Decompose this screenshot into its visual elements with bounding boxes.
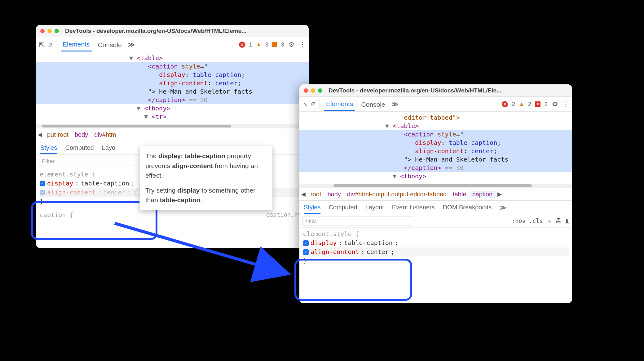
devtools-window-left: DevTools - developer.mozilla.org/en-US/d… [36, 25, 309, 248]
error-icon: ✕ [502, 101, 508, 107]
window-title: DevTools - developer.mozilla.org/en-US/d… [65, 28, 246, 34]
checkbox-icon[interactable]: ✓ [303, 240, 309, 246]
window-title: DevTools - developer.mozilla.org/en-US/d… [329, 87, 501, 94]
close-icon[interactable] [40, 29, 45, 33]
gear-icon[interactable]: ⚙ [289, 41, 295, 49]
titlebar[interactable]: DevTools - developer.mozilla.org/en-US/d… [36, 25, 309, 37]
kebab-menu-icon[interactable]: ⋮ [562, 100, 569, 108]
breadcrumb[interactable]: ◀ put-root body div#htm [36, 128, 309, 141]
main-toolbar: ⇱ ⎚ Elements Console ≫ ✕2 ▲2 ✕2 ⚙ ⋮ [299, 97, 572, 112]
inspect-element-icon[interactable]: ⇱ [39, 41, 44, 48]
crumb-div[interactable]: div#html-output.output.editor-tabbed [344, 191, 450, 198]
subtab-layout[interactable]: Layout [365, 204, 384, 211]
subtab-dom-breakpoints[interactable]: DOM Breakpoints [443, 204, 492, 211]
styles-subtabs: Styles Computed Layout Event Listeners D… [299, 201, 572, 214]
subtab-computed[interactable]: Computed [329, 204, 357, 211]
close-icon[interactable] [304, 88, 308, 93]
crumb-body[interactable]: body [72, 131, 91, 138]
warning-icon: ▲ [256, 41, 262, 48]
dom-tree[interactable]: editor-tabbed"> ▼ <table> <caption style… [299, 112, 572, 184]
crumb-caption[interactable]: caption [470, 191, 496, 198]
minimize-icon[interactable] [47, 29, 52, 33]
zoom-icon[interactable] [318, 88, 322, 93]
minimize-icon[interactable] [311, 88, 315, 93]
print-media-icon[interactable]: 🖶 [555, 217, 562, 225]
styles-filter-row: Filter :hov .cls ＋ 🖶 ▮ [299, 214, 572, 228]
subtab-computed[interactable]: Computed [65, 144, 94, 151]
device-toggle-icon[interactable]: ⎚ [311, 100, 315, 108]
warning-icon: ▲ [519, 101, 524, 107]
zoom-icon[interactable] [55, 29, 59, 33]
next-rule-selector: caption { [40, 211, 73, 219]
subtab-event-listeners[interactable]: Event Listeners [392, 204, 435, 211]
tab-console[interactable]: Console [359, 98, 387, 111]
style-decl-display: ✓ display: table-caption; [303, 238, 569, 247]
style-selector: element.style { [303, 230, 569, 238]
traffic-lights [40, 29, 59, 33]
element-style-block[interactable]: element.style { ✓ display: table-caption… [299, 228, 572, 269]
kebab-menu-icon[interactable]: ⋮ [299, 41, 306, 49]
subtab-layout[interactable]: Layo [102, 144, 115, 151]
dom-tree[interactable]: ▼ <table> <caption style=" display: tabl… [36, 52, 309, 124]
style-decl-align-content: ✓ align-content: center; [303, 247, 569, 256]
crumb-table[interactable]: table [450, 191, 469, 198]
more-subtabs-icon[interactable]: ≫ [500, 204, 506, 211]
tab-elements[interactable]: Elements [61, 38, 92, 51]
tab-elements[interactable]: Elements [324, 97, 355, 111]
hscrollbar[interactable] [36, 124, 309, 128]
computed-panel-icon[interactable]: ▮ [565, 218, 569, 224]
hov-toggle[interactable]: :hov [511, 217, 526, 224]
css-hint-tooltip: The display: table-caption property prev… [139, 146, 273, 210]
more-tabs-icon[interactable]: ≫ [128, 41, 135, 48]
checkbox-icon[interactable]: ✓ [40, 190, 45, 195]
crumb-root[interactable]: root [307, 191, 324, 198]
devtools-window-right: DevTools - developer.mozilla.org/en-US/d… [299, 84, 572, 303]
main-toolbar: ⇱ ⎚ Elements Console ≫ ✕1 ▲3 3 ⚙ ⋮ [36, 37, 309, 52]
hscrollbar[interactable] [299, 184, 572, 188]
subtab-styles[interactable]: Styles [304, 204, 320, 214]
crumb-div[interactable]: div#htm [91, 131, 119, 138]
cls-toggle[interactable]: .cls [529, 217, 543, 224]
tab-console[interactable]: Console [96, 38, 124, 51]
titlebar[interactable]: DevTools - developer.mozilla.org/en-US/d… [299, 84, 572, 97]
info-icon: ✕ [535, 101, 540, 107]
plus-icon[interactable]: ＋ [546, 217, 552, 225]
crumb-prev-icon[interactable]: ◀ [36, 131, 44, 138]
issue-counts[interactable]: ✕2 ▲2 ✕2 [502, 101, 548, 108]
subtab-styles[interactable]: Styles [40, 144, 57, 154]
filter-input[interactable]: Filter [302, 216, 413, 225]
crumb-root[interactable]: put-root [44, 131, 72, 138]
issue-counts[interactable]: ✕1 ▲3 3 [239, 41, 284, 48]
flag-icon [272, 42, 277, 47]
style-close: } [303, 256, 569, 265]
checkbox-icon[interactable]: ✓ [40, 181, 45, 186]
checkbox-icon[interactable]: ✓ [303, 249, 309, 255]
device-toggle-icon[interactable]: ⎚ [48, 41, 52, 48]
filter-input[interactable]: Filter [39, 157, 157, 166]
inspect-element-icon[interactable]: ⇱ [302, 100, 307, 108]
more-tabs-icon[interactable]: ≫ [391, 100, 398, 108]
traffic-lights [304, 88, 322, 93]
crumb-next-icon[interactable]: ▶ [496, 191, 504, 198]
crumb-body[interactable]: body [324, 191, 344, 198]
error-icon: ✕ [239, 42, 245, 48]
gear-icon[interactable]: ⚙ [552, 100, 558, 108]
breadcrumb[interactable]: ◀ root body div#html-output.output.edito… [299, 188, 572, 201]
crumb-prev-icon[interactable]: ◀ [299, 191, 307, 198]
